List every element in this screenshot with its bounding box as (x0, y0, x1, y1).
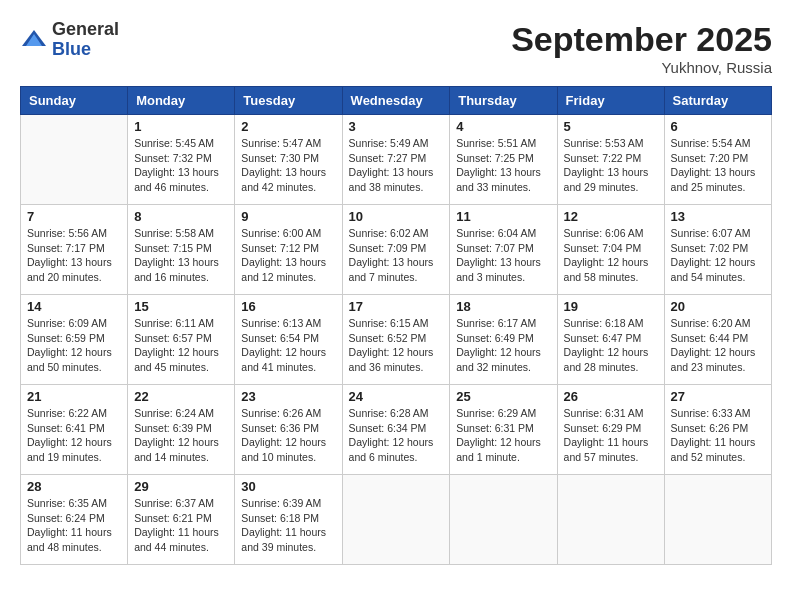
calendar-cell: 19Sunrise: 6:18 AMSunset: 6:47 PMDayligh… (557, 295, 664, 385)
day-number: 21 (27, 389, 121, 404)
day-number: 23 (241, 389, 335, 404)
calendar-cell (21, 115, 128, 205)
month-title: September 2025 (511, 20, 772, 59)
day-info: Sunrise: 5:56 AMSunset: 7:17 PMDaylight:… (27, 226, 121, 285)
day-info: Sunrise: 6:33 AMSunset: 6:26 PMDaylight:… (671, 406, 765, 465)
day-number: 24 (349, 389, 444, 404)
logo-general: General (52, 20, 119, 40)
calendar-cell: 5Sunrise: 5:53 AMSunset: 7:22 PMDaylight… (557, 115, 664, 205)
day-info: Sunrise: 6:11 AMSunset: 6:57 PMDaylight:… (134, 316, 228, 375)
calendar-week-row-4: 21Sunrise: 6:22 AMSunset: 6:41 PMDayligh… (21, 385, 772, 475)
day-number: 2 (241, 119, 335, 134)
calendar-header-friday: Friday (557, 87, 664, 115)
calendar-header-row: SundayMondayTuesdayWednesdayThursdayFrid… (21, 87, 772, 115)
calendar-cell: 24Sunrise: 6:28 AMSunset: 6:34 PMDayligh… (342, 385, 450, 475)
day-number: 14 (27, 299, 121, 314)
day-number: 7 (27, 209, 121, 224)
day-info: Sunrise: 5:53 AMSunset: 7:22 PMDaylight:… (564, 136, 658, 195)
page-header: General Blue September 2025 Yukhnov, Rus… (20, 20, 772, 76)
logo-text: General Blue (52, 20, 119, 60)
logo: General Blue (20, 20, 119, 60)
day-info: Sunrise: 6:09 AMSunset: 6:59 PMDaylight:… (27, 316, 121, 375)
calendar-cell: 1Sunrise: 5:45 AMSunset: 7:32 PMDaylight… (128, 115, 235, 205)
day-info: Sunrise: 6:29 AMSunset: 6:31 PMDaylight:… (456, 406, 550, 465)
day-info: Sunrise: 6:39 AMSunset: 6:18 PMDaylight:… (241, 496, 335, 555)
day-info: Sunrise: 6:17 AMSunset: 6:49 PMDaylight:… (456, 316, 550, 375)
calendar-cell: 8Sunrise: 5:58 AMSunset: 7:15 PMDaylight… (128, 205, 235, 295)
day-number: 28 (27, 479, 121, 494)
day-info: Sunrise: 6:20 AMSunset: 6:44 PMDaylight:… (671, 316, 765, 375)
calendar-cell (664, 475, 771, 565)
calendar-cell (342, 475, 450, 565)
calendar-cell: 15Sunrise: 6:11 AMSunset: 6:57 PMDayligh… (128, 295, 235, 385)
day-number: 6 (671, 119, 765, 134)
calendar-cell: 20Sunrise: 6:20 AMSunset: 6:44 PMDayligh… (664, 295, 771, 385)
day-info: Sunrise: 6:28 AMSunset: 6:34 PMDaylight:… (349, 406, 444, 465)
day-info: Sunrise: 6:31 AMSunset: 6:29 PMDaylight:… (564, 406, 658, 465)
calendar-header-monday: Monday (128, 87, 235, 115)
day-info: Sunrise: 6:15 AMSunset: 6:52 PMDaylight:… (349, 316, 444, 375)
day-info: Sunrise: 5:47 AMSunset: 7:30 PMDaylight:… (241, 136, 335, 195)
calendar-header-wednesday: Wednesday (342, 87, 450, 115)
calendar-cell: 14Sunrise: 6:09 AMSunset: 6:59 PMDayligh… (21, 295, 128, 385)
day-number: 25 (456, 389, 550, 404)
day-info: Sunrise: 6:22 AMSunset: 6:41 PMDaylight:… (27, 406, 121, 465)
day-number: 27 (671, 389, 765, 404)
calendar-cell: 9Sunrise: 6:00 AMSunset: 7:12 PMDaylight… (235, 205, 342, 295)
day-info: Sunrise: 6:26 AMSunset: 6:36 PMDaylight:… (241, 406, 335, 465)
calendar-cell: 18Sunrise: 6:17 AMSunset: 6:49 PMDayligh… (450, 295, 557, 385)
calendar-week-row-3: 14Sunrise: 6:09 AMSunset: 6:59 PMDayligh… (21, 295, 772, 385)
calendar-cell: 29Sunrise: 6:37 AMSunset: 6:21 PMDayligh… (128, 475, 235, 565)
calendar-cell: 2Sunrise: 5:47 AMSunset: 7:30 PMDaylight… (235, 115, 342, 205)
day-info: Sunrise: 6:37 AMSunset: 6:21 PMDaylight:… (134, 496, 228, 555)
calendar-header-thursday: Thursday (450, 87, 557, 115)
calendar-cell: 3Sunrise: 5:49 AMSunset: 7:27 PMDaylight… (342, 115, 450, 205)
day-info: Sunrise: 5:58 AMSunset: 7:15 PMDaylight:… (134, 226, 228, 285)
day-info: Sunrise: 6:18 AMSunset: 6:47 PMDaylight:… (564, 316, 658, 375)
day-info: Sunrise: 6:24 AMSunset: 6:39 PMDaylight:… (134, 406, 228, 465)
day-number: 8 (134, 209, 228, 224)
location: Yukhnov, Russia (511, 59, 772, 76)
day-info: Sunrise: 6:00 AMSunset: 7:12 PMDaylight:… (241, 226, 335, 285)
title-block: September 2025 Yukhnov, Russia (511, 20, 772, 76)
day-number: 1 (134, 119, 228, 134)
day-number: 29 (134, 479, 228, 494)
calendar-cell: 12Sunrise: 6:06 AMSunset: 7:04 PMDayligh… (557, 205, 664, 295)
day-number: 15 (134, 299, 228, 314)
calendar-cell: 27Sunrise: 6:33 AMSunset: 6:26 PMDayligh… (664, 385, 771, 475)
calendar-cell: 26Sunrise: 6:31 AMSunset: 6:29 PMDayligh… (557, 385, 664, 475)
day-info: Sunrise: 6:02 AMSunset: 7:09 PMDaylight:… (349, 226, 444, 285)
calendar-week-row-1: 1Sunrise: 5:45 AMSunset: 7:32 PMDaylight… (21, 115, 772, 205)
calendar-header-tuesday: Tuesday (235, 87, 342, 115)
day-info: Sunrise: 5:51 AMSunset: 7:25 PMDaylight:… (456, 136, 550, 195)
calendar-cell (557, 475, 664, 565)
calendar-cell: 11Sunrise: 6:04 AMSunset: 7:07 PMDayligh… (450, 205, 557, 295)
day-info: Sunrise: 6:06 AMSunset: 7:04 PMDaylight:… (564, 226, 658, 285)
day-info: Sunrise: 5:54 AMSunset: 7:20 PMDaylight:… (671, 136, 765, 195)
day-number: 17 (349, 299, 444, 314)
day-number: 16 (241, 299, 335, 314)
calendar-cell: 22Sunrise: 6:24 AMSunset: 6:39 PMDayligh… (128, 385, 235, 475)
day-number: 10 (349, 209, 444, 224)
calendar-cell (450, 475, 557, 565)
calendar-cell: 30Sunrise: 6:39 AMSunset: 6:18 PMDayligh… (235, 475, 342, 565)
calendar-table: SundayMondayTuesdayWednesdayThursdayFrid… (20, 86, 772, 565)
calendar-cell: 16Sunrise: 6:13 AMSunset: 6:54 PMDayligh… (235, 295, 342, 385)
day-info: Sunrise: 6:13 AMSunset: 6:54 PMDaylight:… (241, 316, 335, 375)
calendar-cell: 10Sunrise: 6:02 AMSunset: 7:09 PMDayligh… (342, 205, 450, 295)
day-number: 20 (671, 299, 765, 314)
calendar-cell: 28Sunrise: 6:35 AMSunset: 6:24 PMDayligh… (21, 475, 128, 565)
calendar-cell: 13Sunrise: 6:07 AMSunset: 7:02 PMDayligh… (664, 205, 771, 295)
calendar-cell: 25Sunrise: 6:29 AMSunset: 6:31 PMDayligh… (450, 385, 557, 475)
calendar-cell: 23Sunrise: 6:26 AMSunset: 6:36 PMDayligh… (235, 385, 342, 475)
calendar-cell: 17Sunrise: 6:15 AMSunset: 6:52 PMDayligh… (342, 295, 450, 385)
calendar-cell: 6Sunrise: 5:54 AMSunset: 7:20 PMDaylight… (664, 115, 771, 205)
day-info: Sunrise: 6:07 AMSunset: 7:02 PMDaylight:… (671, 226, 765, 285)
calendar-cell: 4Sunrise: 5:51 AMSunset: 7:25 PMDaylight… (450, 115, 557, 205)
day-number: 4 (456, 119, 550, 134)
calendar-header-saturday: Saturday (664, 87, 771, 115)
calendar-header-sunday: Sunday (21, 87, 128, 115)
day-number: 5 (564, 119, 658, 134)
day-number: 12 (564, 209, 658, 224)
day-number: 9 (241, 209, 335, 224)
